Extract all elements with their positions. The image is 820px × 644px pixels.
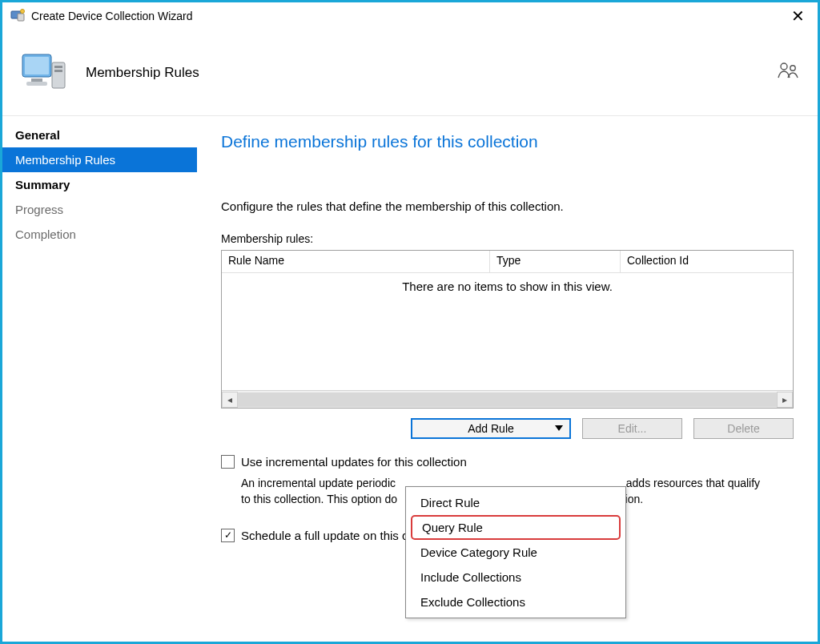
schedule-checkbox[interactable]: ✓: [221, 529, 235, 542]
banner-title: Membership Rules: [86, 65, 776, 81]
banner: Membership Rules: [2, 30, 818, 116]
column-collection-id[interactable]: Collection Id: [621, 251, 793, 272]
rules-label: Membership rules:: [221, 232, 794, 245]
add-rule-dropdown[interactable]: Add Rule: [411, 418, 571, 439]
sidebar-item-membership-rules[interactable]: Membership Rules: [2, 147, 197, 172]
menu-exclude-collections[interactable]: Exclude Collections: [406, 590, 625, 614]
incremental-checkbox[interactable]: [221, 455, 235, 469]
rules-table: Rule Name Type Collection Id There are n…: [221, 250, 794, 409]
page-description: Configure the rules that define the memb…: [221, 199, 794, 213]
menu-direct-rule[interactable]: Direct Rule: [406, 490, 625, 515]
wizard-window: Create Device Collection Wizard ✕ Member…: [0, 0, 820, 644]
rules-empty-text: There are no items to show in this view.: [222, 273, 793, 300]
page-heading: Define membership rules for this collect…: [221, 132, 794, 151]
column-type[interactable]: Type: [490, 251, 621, 272]
svg-rect-5: [31, 78, 42, 82]
wizard-icon: [10, 9, 25, 23]
sidebar-item-general[interactable]: General: [2, 123, 197, 147]
scroll-right-icon[interactable]: ▸: [777, 392, 793, 408]
column-rule-name[interactable]: Rule Name: [222, 251, 490, 272]
svg-rect-8: [54, 66, 62, 68]
menu-device-category-rule[interactable]: Device Category Rule: [406, 540, 625, 565]
incremental-updates-row: Use incremental updates for this collect…: [221, 455, 794, 469]
window-title: Create Device Collection Wizard: [31, 10, 193, 22]
sidebar-item-progress: Progress: [2, 197, 197, 222]
svg-rect-6: [26, 82, 47, 86]
rules-body: There are no items to show in this view.: [222, 273, 793, 390]
people-icon: [776, 60, 800, 85]
close-button[interactable]: ✕: [783, 8, 813, 24]
computer-icon: [20, 48, 70, 98]
sidebar-item-completion: Completion: [2, 222, 197, 247]
add-rule-label: Add Rule: [468, 422, 514, 435]
scroll-left-icon[interactable]: ◂: [222, 392, 238, 408]
sidebar-item-summary[interactable]: Summary: [2, 172, 197, 197]
svg-point-2: [21, 9, 25, 13]
svg-point-11: [790, 66, 795, 70]
button-row: Add Rule Edit... Delete: [221, 418, 794, 439]
sidebar: General Membership Rules Summary Progres…: [2, 116, 197, 642]
incremental-label[interactable]: Use incremental updates for this collect…: [241, 455, 467, 469]
menu-include-collections[interactable]: Include Collections: [406, 565, 625, 590]
svg-point-10: [781, 63, 787, 70]
delete-button: Delete: [693, 418, 794, 439]
scroll-track[interactable]: [238, 392, 777, 407]
edit-button: Edit...: [582, 418, 682, 439]
wizard-body: General Membership Rules Summary Progres…: [2, 116, 818, 642]
svg-rect-1: [18, 14, 24, 21]
menu-query-rule[interactable]: Query Rule: [411, 515, 621, 540]
svg-rect-9: [54, 70, 62, 72]
horizontal-scrollbar[interactable]: ◂ ▸: [222, 390, 793, 408]
chevron-down-icon: [555, 425, 563, 431]
titlebar: Create Device Collection Wizard ✕: [2, 2, 818, 30]
svg-rect-4: [25, 57, 49, 74]
main-panel: Define membership rules for this collect…: [197, 116, 818, 642]
rules-header: Rule Name Type Collection Id: [222, 251, 793, 273]
add-rule-menu: Direct Rule Query Rule Device Category R…: [405, 486, 626, 618]
